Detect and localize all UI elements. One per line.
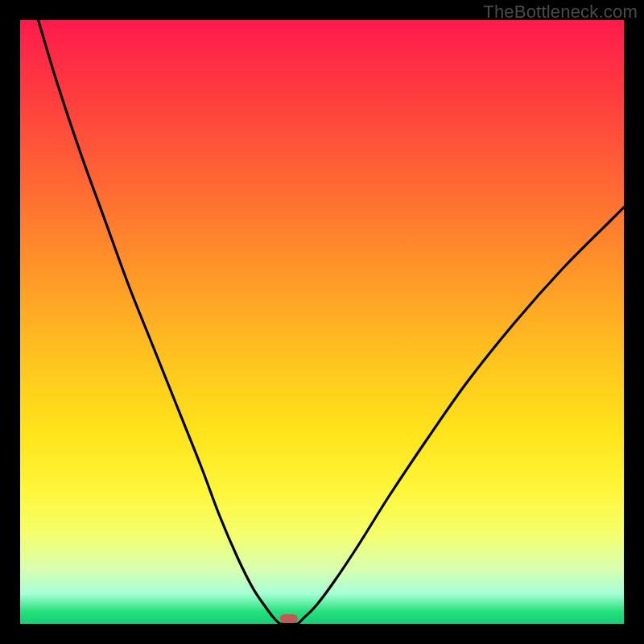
bottleneck-curve — [20, 20, 624, 624]
optimum-marker — [280, 614, 298, 623]
plot-area — [20, 20, 624, 624]
chart-frame: TheBottleneck.com — [0, 0, 644, 644]
curve-path — [39, 20, 625, 624]
